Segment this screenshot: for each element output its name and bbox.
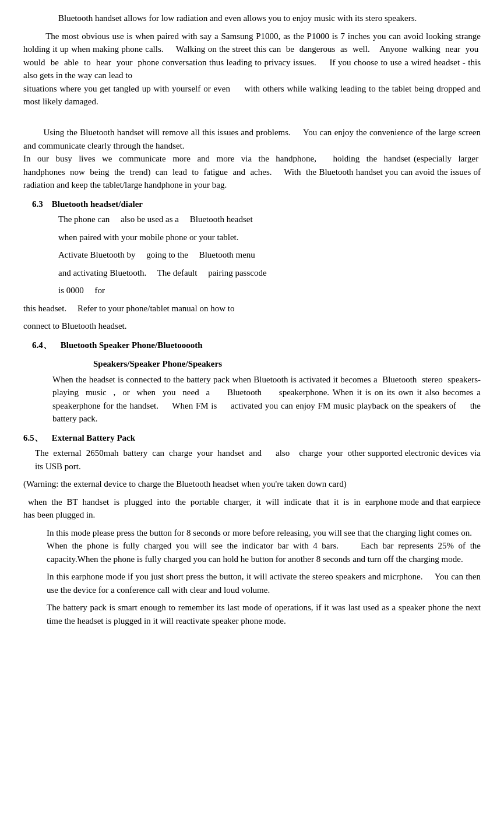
section-63-line7: connect to Bluetooth headset. xyxy=(23,319,481,333)
section-65-paragraph5: The battery pack is smart enough to reme… xyxy=(47,601,481,627)
section-63-header: 6.3 Bluetooth headset/dialer xyxy=(23,198,481,211)
paragraph-2: Using the Bluetooth handset will remove … xyxy=(23,126,481,192)
section-63-title: Bluetooth headset/dialer xyxy=(52,199,143,209)
section-65-paragraph4: In this earphone mode if you just short … xyxy=(47,570,481,596)
section-63-line6: this headset. Refer to your phone/tablet… xyxy=(23,302,481,315)
section-65-warning: (Warning: the external device to charge … xyxy=(23,477,481,491)
section-64-paragraph: When the headset is connected to the bat… xyxy=(52,373,481,426)
section-64-title2: Speakers/Speaker Phone/Speakers xyxy=(93,357,481,371)
section-63-line3: Activate Bluetooth by going to the Bluet… xyxy=(58,248,481,262)
section-65-number: 6.5、 xyxy=(23,433,43,442)
section-65-header: 6.5、 External Battery Pack xyxy=(23,431,481,445)
intro-paragraph: Bluetooth handset allows for low radiati… xyxy=(58,12,481,25)
section-63-line2: when paired with your mobile phone or yo… xyxy=(58,231,481,244)
section-65-paragraph1: The external 2650mah battery can charge … xyxy=(35,447,481,473)
section-63-line4: and activating Bluetooth. The default pa… xyxy=(58,266,481,280)
section-64-number: 6.4、 xyxy=(32,340,52,350)
section-64-title: Bluetooth Speaker Phone/Bluetooooth xyxy=(61,340,203,350)
paragraph-1: The most obvious use is when paired with… xyxy=(23,30,481,108)
section-63-number: 6.3 xyxy=(32,199,43,209)
section-63-line1: The phone can also be used as a Bluetoot… xyxy=(58,213,481,226)
section-64-header: 6.4、 Bluetooth Speaker Phone/Bluetooooth xyxy=(23,339,481,352)
section-63-line5: is 0000 for xyxy=(58,284,481,297)
section-65-title: External Battery Pack xyxy=(52,433,135,442)
section-65-paragraph3: In this mode please press the button for… xyxy=(47,526,481,566)
section-65-paragraph2: when the BT handset is plugged into the … xyxy=(23,495,481,522)
main-content: Bluetooth handset allows for low radiati… xyxy=(23,12,481,627)
